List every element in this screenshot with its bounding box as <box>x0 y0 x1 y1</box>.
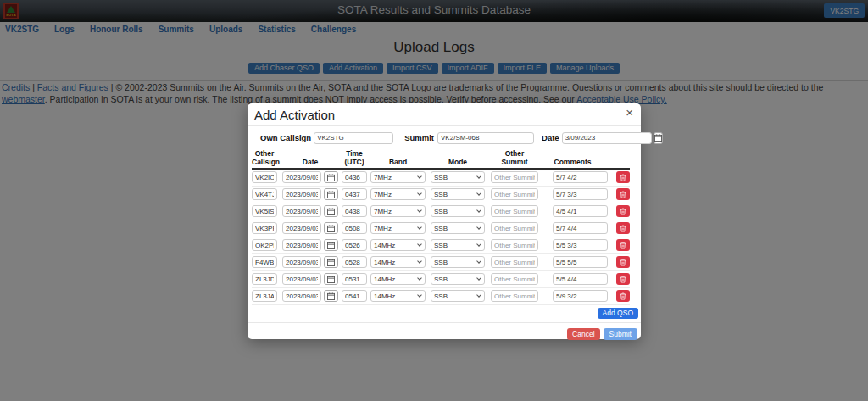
delete-qso-button[interactable] <box>616 205 630 217</box>
other-callsign-input[interactable] <box>252 171 277 183</box>
band-select[interactable]: 14MHz <box>370 273 426 285</box>
other-callsign-input[interactable] <box>252 239 277 251</box>
qso-table-row: 14MHz SSB <box>252 237 630 254</box>
other-summit-input[interactable] <box>491 205 538 217</box>
mode-select[interactable]: SSB <box>431 222 485 234</box>
other-summit-input[interactable] <box>491 222 538 234</box>
summit-input[interactable] <box>437 132 534 144</box>
other-callsign-input[interactable] <box>252 256 277 268</box>
qso-date-input[interactable] <box>282 205 321 217</box>
delete-qso-button[interactable] <box>616 239 630 251</box>
band-select-wrap: 14MHz <box>370 239 426 251</box>
summit-label: Summit <box>404 133 434 142</box>
band-select[interactable]: 7MHz <box>370 205 426 217</box>
comments-input[interactable] <box>553 290 608 302</box>
delete-qso-button[interactable] <box>616 273 630 285</box>
time-utc-input[interactable] <box>342 222 367 234</box>
comments-input[interactable] <box>553 188 608 200</box>
qso-date-input[interactable] <box>282 222 321 234</box>
comments-input[interactable] <box>553 239 608 251</box>
qso-date-input[interactable] <box>282 290 321 302</box>
date-picker-button[interactable] <box>654 132 663 144</box>
qso-table-body: 7MHz SSB 7MHz SSB <box>252 170 630 305</box>
band-select[interactable]: 14MHz <box>370 256 426 268</box>
modal-header: Add Activation × <box>248 103 641 126</box>
other-summit-input[interactable] <box>491 239 538 251</box>
submit-button[interactable]: Submit <box>604 328 637 340</box>
other-callsign-input[interactable] <box>252 188 277 200</box>
time-utc-input[interactable] <box>342 188 367 200</box>
band-select[interactable]: 7MHz <box>370 188 426 200</box>
modal-title: Add Activation <box>254 108 335 122</box>
qso-date-input[interactable] <box>282 171 321 183</box>
mode-select[interactable]: SSB <box>431 171 485 183</box>
mode-select[interactable]: SSB <box>431 188 485 200</box>
date-picker-button[interactable] <box>324 171 338 183</box>
column-header-date: Date <box>282 159 338 167</box>
date-picker-button[interactable] <box>324 205 338 217</box>
qso-date-input[interactable] <box>282 188 321 200</box>
date-picker-button[interactable] <box>324 290 338 302</box>
trash-icon <box>620 276 626 283</box>
add-qso-button[interactable]: Add QSO <box>598 308 638 319</box>
date-picker-button[interactable] <box>324 222 338 234</box>
band-select[interactable]: 14MHz <box>370 239 426 251</box>
mode-select[interactable]: SSB <box>431 239 485 251</box>
mode-select-wrap: SSB <box>431 239 485 251</box>
qso-table-row: 7MHz SSB <box>252 187 630 203</box>
other-callsign-input[interactable] <box>252 290 277 302</box>
other-summit-input[interactable] <box>491 256 538 268</box>
date-picker-button[interactable] <box>324 273 338 285</box>
comments-input[interactable] <box>553 256 608 268</box>
mode-select[interactable]: SSB <box>431 256 485 268</box>
qso-date-input[interactable] <box>282 273 321 285</box>
close-icon[interactable]: × <box>626 106 633 119</box>
trash-icon <box>620 225 626 232</box>
band-select[interactable]: 7MHz <box>370 222 426 234</box>
mode-select-wrap: SSB <box>431 188 485 200</box>
comments-input[interactable] <box>553 222 608 234</box>
time-utc-input[interactable] <box>342 171 367 183</box>
other-callsign-input[interactable] <box>252 273 277 285</box>
qso-date-input[interactable] <box>282 256 321 268</box>
comments-input[interactable] <box>553 171 608 183</box>
mode-select-wrap: SSB <box>431 290 485 302</box>
time-utc-input[interactable] <box>342 205 367 217</box>
time-utc-input[interactable] <box>342 239 367 251</box>
mode-select[interactable]: SSB <box>431 273 485 285</box>
time-utc-input[interactable] <box>342 256 367 268</box>
other-callsign-input[interactable] <box>252 222 277 234</box>
date-picker-button[interactable] <box>324 256 338 268</box>
delete-qso-button[interactable] <box>616 222 630 234</box>
band-select-wrap: 7MHz <box>370 205 426 217</box>
other-summit-input[interactable] <box>491 171 538 183</box>
band-select[interactable]: 7MHz <box>370 171 426 183</box>
delete-qso-button[interactable] <box>616 171 630 183</box>
other-callsign-input[interactable] <box>252 205 277 217</box>
band-select[interactable]: 14MHz <box>370 290 426 302</box>
qso-date-input[interactable] <box>282 239 321 251</box>
own-callsign-input[interactable] <box>314 132 393 144</box>
band-select-wrap: 14MHz <box>370 273 426 285</box>
divider <box>254 148 634 148</box>
trash-icon <box>620 174 626 181</box>
date-picker-button[interactable] <box>324 188 338 200</box>
date-picker-button[interactable] <box>324 239 338 251</box>
date-input[interactable] <box>562 132 652 144</box>
calendar-icon <box>327 276 335 283</box>
mode-select[interactable]: SSB <box>431 290 485 302</box>
other-summit-input[interactable] <box>491 290 538 302</box>
delete-qso-button[interactable] <box>616 290 630 302</box>
calendar-icon <box>654 134 662 142</box>
other-summit-input[interactable] <box>491 273 538 285</box>
comments-input[interactable] <box>553 273 608 285</box>
comments-input[interactable] <box>553 205 608 217</box>
mode-select[interactable]: SSB <box>431 205 485 217</box>
other-summit-input[interactable] <box>491 188 538 200</box>
delete-qso-button[interactable] <box>616 256 630 268</box>
time-utc-input[interactable] <box>342 290 367 302</box>
mode-select-wrap: SSB <box>431 256 485 268</box>
time-utc-input[interactable] <box>342 273 367 285</box>
delete-qso-button[interactable] <box>616 188 630 200</box>
cancel-button[interactable]: Cancel <box>567 328 599 340</box>
